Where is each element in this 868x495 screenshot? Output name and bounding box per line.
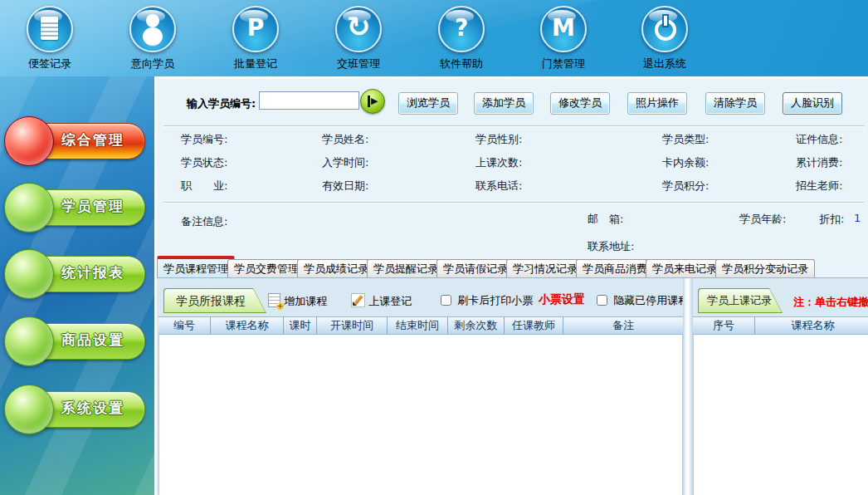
column-header-teacher[interactable]: 任课教师 (505, 317, 563, 334)
field-label-remarks: 备注信息: (181, 214, 227, 229)
attendance-table-header: 序号 课程名称 (693, 316, 868, 335)
print-receipt-checkbox[interactable] (441, 295, 451, 306)
tab-score-records[interactable]: 学员成绩记录 (297, 259, 375, 277)
detail-tabbar: 学员课程管理 学员交费管理 学员成绩记录 学员提醒记录 学员请假记录 学习情况记… (157, 256, 868, 277)
browse-student-button[interactable]: 浏览学员 (398, 92, 458, 115)
clear-student-button[interactable]: 清除学员 (705, 92, 765, 115)
field-label-age: 学员年龄: (739, 212, 786, 227)
right-click-undo-note: 注：单击右键撤销 (793, 295, 868, 310)
attendance-records-tab-label: 学员上课记录 (699, 289, 782, 312)
tab-points-change-records[interactable]: 学员积分变动记录 (715, 259, 815, 277)
tab-payment-management[interactable]: 学员交费管理 (227, 259, 305, 277)
add-document-icon (268, 293, 280, 307)
column-header-hours[interactable]: 课时 (284, 317, 317, 334)
top-toolbar: 便签记录 意向学员 P 批量登记 ↻ 交班管理 ? 软件帮助 M 门禁管理 退出… (0, 0, 868, 76)
topbar-item-label: 门禁管理 (518, 56, 609, 71)
photo-operation-button[interactable]: 照片操作 (627, 92, 687, 115)
sidebar: 综合管理 学员管理 统计报表 商品设置 系统设置 (0, 76, 154, 495)
discount-value: 1 (854, 212, 861, 224)
sidebar-item-label: 学员管理 (44, 197, 142, 216)
tab-product-consumption[interactable]: 学员商品消费 (576, 259, 654, 277)
hide-disabled-checkbox[interactable] (597, 295, 607, 306)
note-icon (27, 6, 73, 52)
attendance-records-tab[interactable]: 学员上课记录 (698, 288, 783, 313)
class-register-button[interactable]: 上课登记 (351, 293, 412, 309)
enrolled-courses-panel: 学员所报课程 增加课程 上课登记 刷卡后打印小票 小票设置 隐藏已停用课程 编号 (158, 278, 683, 495)
topbar-item-shift[interactable]: ↻ 交班管理 (313, 6, 404, 71)
m-glyph: M (542, 7, 585, 51)
sidebar-item-student-management[interactable]: 学员管理 (4, 183, 147, 231)
sidebar-item-system-settings[interactable]: 系统设置 (4, 385, 147, 433)
column-header-course-name[interactable]: 课程名称 (211, 317, 284, 334)
field-label-email: 邮 箱: (588, 212, 623, 227)
field-label-student-id: 学员编号: (181, 132, 227, 147)
field-label-student-gender: 学员性别: (475, 132, 522, 147)
class-register-label: 上课登记 (368, 295, 412, 307)
ticket-settings-link[interactable]: 小票设置 (539, 292, 585, 307)
add-course-button[interactable]: 增加课程 (268, 293, 327, 309)
column-header-start-time[interactable]: 开课时间 (317, 317, 388, 334)
print-receipt-checkbox-group: 刷卡后打印小票 (441, 293, 533, 308)
topbar-item-label: 批量登记 (210, 56, 301, 71)
power-icon (641, 6, 688, 52)
courses-table-body[interactable] (158, 335, 683, 495)
column-header-course-name[interactable]: 课程名称 (755, 317, 868, 334)
p-glyph: P (234, 7, 277, 51)
face-recognition-button[interactable]: 人脸识别 (783, 92, 842, 115)
sidebar-item-product-settings[interactable]: 商品设置 (4, 316, 147, 365)
field-label-student-status: 学员状态: (181, 155, 227, 170)
enrolled-courses-tab[interactable]: 学员所报课程 (163, 288, 266, 313)
student-id-input[interactable] (259, 91, 359, 110)
tab-course-management[interactable]: 学员课程管理 (157, 256, 235, 280)
sidebar-item-label: 系统设置 (44, 399, 142, 418)
question-glyph: ? (440, 7, 483, 51)
column-header-remark[interactable]: 备注 (563, 317, 683, 334)
column-header-remaining[interactable]: 剩余次数 (448, 317, 505, 334)
sidebar-item-statistics-reports[interactable]: 统计报表 (4, 249, 147, 297)
sidebar-item-general-management[interactable]: 综合管理 (4, 116, 147, 164)
field-label-card-balance: 卡内余额: (662, 155, 709, 170)
enrolled-courses-tab-label: 学员所报课程 (164, 289, 266, 312)
tab-reminder-records[interactable]: 学员提醒记录 (367, 259, 445, 277)
topbar-item-label: 意向学员 (107, 56, 198, 71)
field-label-valid-date: 有效日期: (322, 179, 368, 194)
tab-call-records[interactable]: 学员来电记录 (646, 259, 724, 277)
topbar-item-batch-register[interactable]: P 批量登记 (210, 6, 301, 71)
field-label-class-count: 上课次数: (475, 155, 522, 170)
field-label-address: 联系地址: (588, 239, 634, 254)
add-student-button[interactable]: 添加学员 (474, 92, 534, 115)
courses-table-header: 编号 课程名称 课时 开课时间 结束时间 剩余次数 任课教师 备注 (158, 316, 683, 335)
attendance-records-panel: 学员上课记录 注：单击右键撤销 序号 课程名称 (693, 278, 868, 495)
tab-leave-records[interactable]: 学员请假记录 (436, 259, 514, 277)
column-header-id[interactable]: 编号 (158, 317, 211, 334)
topbar-item-access-control[interactable]: M 门禁管理 (518, 6, 609, 71)
note-glyph (41, 17, 58, 40)
topbar-item-label: 便签记录 (4, 56, 95, 71)
field-label-points: 学员积分: (662, 179, 709, 194)
go-button[interactable]: ▶ (360, 89, 385, 114)
topbar-item-prospects[interactable]: 意向学员 (107, 6, 198, 71)
student-id-label: 输入学员编号: (187, 96, 256, 111)
topbar-item-label: 退出系统 (619, 56, 710, 71)
column-header-serial[interactable]: 序号 (693, 317, 755, 334)
panel-splitter[interactable] (683, 278, 693, 495)
main-panel: 输入学员编号: ▶ 浏览学员 添加学员 修改学员 照片操作 清除学员 人脸识别 … (154, 76, 868, 495)
topbar-item-notes[interactable]: 便签记录 (4, 6, 95, 71)
separator (163, 202, 864, 203)
modify-student-button[interactable]: 修改学员 (550, 92, 610, 115)
hide-disabled-label: 隐藏已停用课程 (613, 294, 683, 306)
topbar-item-help[interactable]: ? 软件帮助 (416, 6, 507, 71)
attendance-table-body[interactable] (693, 335, 868, 495)
play-icon: ▶ (368, 96, 378, 107)
field-label-phone: 联系电话: (475, 179, 522, 194)
field-label-enroll-time: 入学时间: (322, 155, 368, 170)
power-glyph (655, 19, 676, 41)
course-tab-content: 学员所报课程 增加课程 上课登记 刷卡后打印小票 小票设置 隐藏已停用课程 编号 (157, 277, 868, 495)
letter-p-icon: P (232, 6, 279, 52)
topbar-item-exit[interactable]: 退出系统 (619, 6, 710, 71)
tab-study-status-records[interactable]: 学习情况记录 (506, 259, 584, 277)
print-receipt-label: 刷卡后打印小票 (457, 294, 533, 306)
field-label-discount: 折扣: (819, 212, 844, 227)
hide-disabled-checkbox-group: 隐藏已停用课程 (597, 293, 683, 308)
column-header-end-time[interactable]: 结束时间 (388, 317, 448, 334)
